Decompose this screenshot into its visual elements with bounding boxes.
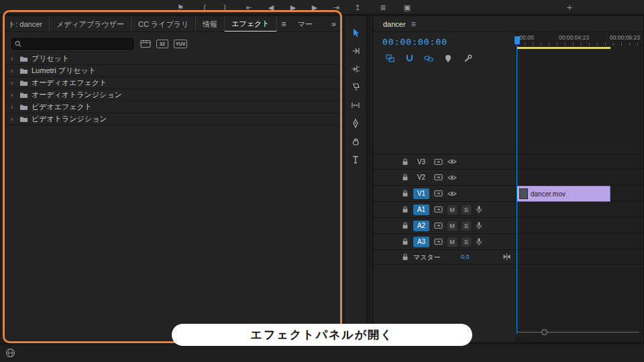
track-target-button-a2[interactable]: A2 [413,221,429,231]
effects-bin-label: オーディオエフェクト [32,78,107,88]
add-marker-icon[interactable]: ⚑ [173,0,188,15]
track-select-forward-tool-button[interactable] [347,45,364,57]
master-track-label[interactable]: マスター [413,253,441,262]
track-target-button-v2[interactable]: V2 [413,172,429,183]
track-row-v3: V3 [374,154,643,170]
tab-markers[interactable]: マー [291,16,319,32]
timeline-settings-button[interactable] [462,54,473,63]
lock-icon[interactable] [402,222,409,229]
lock-icon[interactable] [402,238,409,245]
eye-icon[interactable] [447,190,457,197]
export-icon[interactable]: ≣ [376,0,390,15]
add-button[interactable]: + [562,0,577,15]
chevron-right-icon[interactable]: › [11,113,16,125]
lock-icon[interactable] [402,206,409,213]
chevron-right-icon[interactable]: › [11,89,16,101]
track-target-button-v3[interactable]: V3 [413,156,429,167]
play-icon[interactable]: ▶ [286,0,301,15]
effects-bin-video-effects[interactable]: › ビデオエフェクト [5,101,341,113]
playhead-handle[interactable] [515,36,520,44]
effects-search-input[interactable] [24,39,130,48]
yuv-effects-filter-button[interactable]: YUV [174,40,187,48]
timeline-zoom-handle[interactable] [541,329,547,335]
mic-icon[interactable] [476,205,482,214]
effects-bin-audio-effects[interactable]: › オーディオエフェクト [5,77,341,89]
panel-menu-icon[interactable]: ≡ [277,19,291,29]
step-forward-icon[interactable]: ▶ [307,0,322,15]
ripple-edit-tool-button[interactable] [347,63,364,75]
add-marker-button[interactable] [443,54,453,63]
type-tool-button[interactable] [347,154,364,166]
lock-icon[interactable] [402,158,409,166]
linked-selection-toggle[interactable] [423,54,434,63]
effects-search-box[interactable] [11,38,133,50]
go-to-out-icon[interactable]: ⇥ [329,0,343,15]
mark-out-icon[interactable]: } [217,0,232,15]
ruler-label-2: 00:00:09:23 [610,34,640,41]
32bit-color-filter-button[interactable]: 32 [156,40,168,48]
timeline-clip-dancer[interactable]: dancer.mov [517,186,610,202]
lock-icon[interactable] [402,190,409,197]
lock-icon[interactable] [402,253,409,261]
tab-info[interactable]: 情報 [196,16,225,32]
slip-tool-button[interactable] [347,99,364,111]
pan-icon [502,253,511,261]
tab-sequence-dancer[interactable]: dancer [383,20,406,28]
snap-toggle[interactable] [404,54,415,63]
solo-button[interactable]: S [462,221,471,231]
effects-bin-presets[interactable]: › プリセット [5,53,341,65]
tab-project[interactable]: ト: dancer [5,16,50,32]
mute-button[interactable]: M [447,221,457,231]
track-target-button-v1[interactable]: V1 [413,188,429,199]
time-ruler[interactable] [517,43,643,46]
chevron-right-icon[interactable]: › [11,53,16,65]
tab-effects[interactable]: エフェクト [225,16,276,32]
track-target-button-a1[interactable]: A1 [413,204,429,215]
tab-cc-libraries[interactable]: CC ライブラリ [131,16,196,32]
solo-button[interactable]: S [462,237,471,247]
solo-button[interactable]: S [462,205,471,215]
effects-bin-label: ビデオトランジション [32,114,107,124]
master-volume-value[interactable]: 0.0 [461,253,470,260]
panel-menu-icon[interactable]: ≡ [411,19,416,29]
pen-tool-button[interactable] [347,117,364,129]
nest-as-sequence-toggle[interactable] [384,54,395,63]
mute-button[interactable]: M [447,205,457,215]
sync-lock-icon[interactable] [434,222,443,229]
lock-icon[interactable] [402,174,409,181]
sync-lock-icon[interactable] [434,174,443,181]
eye-icon[interactable] [447,158,457,165]
chevron-right-icon[interactable]: › [11,65,16,77]
mic-icon[interactable] [476,237,482,246]
lift-icon[interactable]: ↥ [350,0,365,15]
accelerated-effects-filter-button[interactable] [140,40,151,48]
step-back-icon[interactable]: ◀ [264,0,278,15]
camera-icon[interactable]: ▣ [400,0,415,15]
sync-lock-icon[interactable] [434,238,443,245]
hand-tool-button[interactable] [347,135,364,147]
chevron-right-icon[interactable]: › [11,101,16,113]
razor-tool-button[interactable] [347,81,364,93]
track-target-button-a3[interactable]: A3 [413,237,429,247]
eye-icon[interactable] [447,174,457,181]
globe-icon[interactable] [5,348,15,358]
sync-lock-icon[interactable] [434,190,443,197]
effects-bin-audio-transitions[interactable]: › オーディオトランジション [5,89,341,101]
timeline-zoom-scrollbar[interactable] [517,332,639,333]
effects-bin-video-transitions[interactable]: › ビデオトランジション [5,113,341,125]
chevron-right-icon[interactable]: › [11,77,16,89]
playhead-line[interactable] [517,43,517,334]
mark-in-icon[interactable]: { [197,0,212,15]
pan-control[interactable] [502,253,511,261]
mic-icon[interactable] [476,221,482,230]
sync-lock-icon[interactable] [434,206,443,213]
tab-media-browser[interactable]: メディアブラウザー [50,16,131,32]
playhead-timecode[interactable]: 00:00:00:00 [382,37,447,47]
sync-lock-icon[interactable] [434,158,443,166]
go-to-in-icon[interactable]: ⇤ [241,0,256,15]
tab-overflow-chevron-icon[interactable]: » [331,19,341,29]
timeline-tabbar: dancer ≡ [374,16,643,32]
effects-bin-lumetri-presets[interactable]: › Lumetri プリセット [5,65,341,77]
selection-tool-button[interactable] [347,27,364,39]
mute-button[interactable]: M [447,237,457,247]
